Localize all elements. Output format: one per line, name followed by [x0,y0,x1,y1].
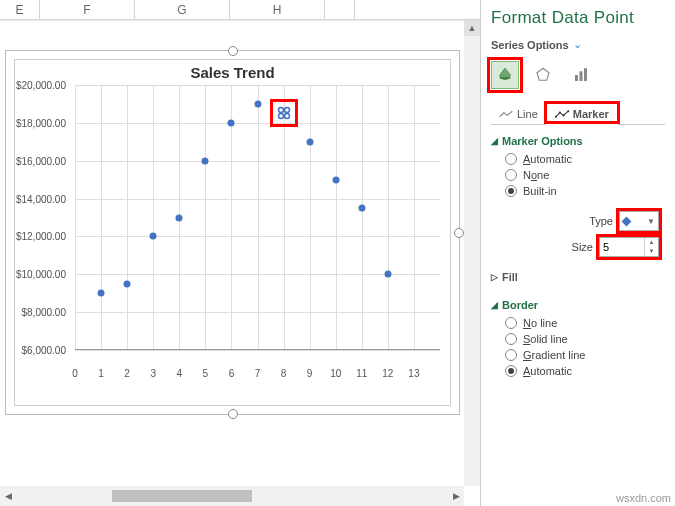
chevron-down-icon: ⌄ [573,38,582,51]
marker-options-group: Automatic None Built-in [505,153,665,201]
x-axis-line [75,349,440,350]
col-header[interactable]: G [135,0,230,19]
size-label: Size [572,241,593,253]
spin-down[interactable]: ▼ [645,247,658,256]
svg-rect-7 [580,71,583,81]
svg-point-11 [562,114,564,116]
tab-marker[interactable]: Marker [546,103,618,125]
col-header[interactable]: F [40,0,135,19]
data-point[interactable] [358,205,365,212]
data-point[interactable] [254,100,261,107]
radio-builtin[interactable]: Built-in [505,185,665,197]
chart-plot-container: Sales Trend $6,000.00$8,000.00$10,000.00… [14,59,451,406]
marker-options-header[interactable]: ◢ Marker Options [491,135,665,147]
data-point[interactable] [228,119,235,126]
scroll-thumb[interactable] [112,490,252,502]
size-input[interactable] [600,238,644,256]
svg-rect-8 [584,68,587,81]
chart-object[interactable]: Sales Trend $6,000.00$8,000.00$10,000.00… [5,50,460,415]
selected-data-point[interactable] [277,106,291,120]
radio-automatic[interactable]: Automatic [505,153,665,165]
resize-handle[interactable] [454,228,464,238]
triangle-right-icon: ▷ [491,272,498,282]
scroll-up-button[interactable]: ▲ [464,20,480,36]
data-point[interactable] [150,233,157,240]
marker-type-dropdown[interactable]: ▼ [619,211,659,231]
caret-down-icon: ▼ [647,217,655,226]
svg-marker-5 [537,68,549,80]
border-group: No line Solid line Gradient line Automat… [505,317,665,381]
y-axis-labels: $6,000.00$8,000.00$10,000.00$12,000.00$1… [15,85,70,350]
data-point[interactable] [332,176,339,183]
effects-icon[interactable] [529,61,557,89]
plot-area[interactable]: $6,000.00$8,000.00$10,000.00$12,000.00$1… [75,85,440,350]
svg-point-1 [284,108,289,113]
resize-handle[interactable] [228,46,238,56]
chart-title[interactable]: Sales Trend [15,60,450,85]
tab-line[interactable]: Line [491,103,546,124]
gridlines [75,85,440,350]
col-header[interactable]: E [0,0,40,19]
tab-row: Line Marker [491,103,665,125]
svg-rect-6 [575,75,578,81]
data-point[interactable] [98,290,105,297]
col-header[interactable]: H [230,0,325,19]
pane-title: Format Data Point [491,8,665,28]
vertical-scrollbar[interactable]: ▲ [464,20,480,486]
radio-border-automatic[interactable]: Automatic [505,365,665,377]
spin-up[interactable]: ▲ [645,238,658,247]
watermark: wsxdn.com [616,492,671,504]
data-point[interactable] [384,271,391,278]
data-point[interactable] [124,280,131,287]
resize-handle[interactable] [228,409,238,419]
svg-point-0 [278,108,283,113]
radio-solid-line[interactable]: Solid line [505,333,665,345]
diamond-marker-icon [622,216,632,226]
marker-size-spinner[interactable]: ▲▼ [599,237,659,257]
col-header[interactable] [325,0,355,19]
svg-point-3 [284,114,289,119]
property-icon-row [491,61,665,89]
series-options-dropdown[interactable]: Series Options ⌄ [491,38,665,51]
fill-header[interactable]: ▷ Fill [491,271,665,283]
svg-point-2 [278,114,283,119]
fill-and-line-icon[interactable] [491,61,519,89]
triangle-down-icon: ◢ [491,136,498,146]
radio-no-line[interactable]: No line [505,317,665,329]
column-headers: E F G H [0,0,480,20]
series-options-icon[interactable] [567,61,595,89]
type-label: Type [589,215,613,227]
radio-none[interactable]: None [505,169,665,181]
radio-gradient-line[interactable]: Gradient line [505,349,665,361]
format-pane: Format Data Point Series Options ⌄ Line … [480,0,675,506]
scroll-left-button[interactable]: ◀ [0,488,16,504]
data-point[interactable] [202,157,209,164]
cells-grid[interactable]: Sales Trend $6,000.00$8,000.00$10,000.00… [0,20,480,506]
data-point[interactable] [306,138,313,145]
scroll-right-button[interactable]: ▶ [448,488,464,504]
svg-rect-4 [500,77,511,79]
svg-point-10 [559,112,561,114]
border-header[interactable]: ◢ Border [491,299,665,311]
horizontal-scrollbar[interactable]: ◀ ▶ [0,486,464,506]
data-point[interactable] [176,214,183,221]
triangle-down-icon: ◢ [491,300,498,310]
worksheet-area: E F G H Sales Trend $6,000.00$8,000.00$1… [0,0,480,506]
